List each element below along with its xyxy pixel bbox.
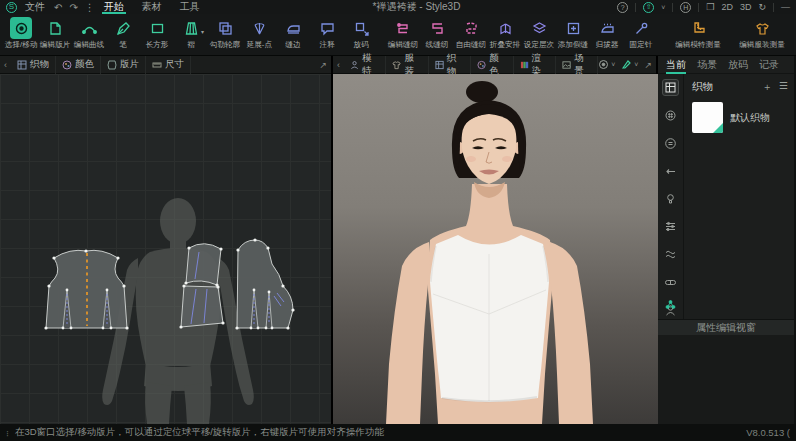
tab-2d-fabric[interactable]: 织物 — [11, 56, 56, 74]
tool-free-sewing[interactable]: 自由缝纫 — [454, 16, 488, 50]
expand-3d-icon[interactable]: ↗ — [644, 60, 652, 70]
tool-line-sewing[interactable]: 线缝纫 — [420, 16, 454, 50]
free-sewing-icon — [460, 17, 482, 39]
collapse-chevron-icon[interactable]: ‹ — [4, 60, 7, 70]
edit-piece-icon — [44, 17, 66, 39]
tool-edit-piece[interactable]: 编辑版片 — [38, 16, 72, 50]
app-logo-icon[interactable]: S — [6, 2, 17, 13]
avatar-tab-icon — [350, 60, 359, 70]
tool-measure-avatar[interactable]: 编辑模特测量 — [666, 16, 730, 50]
rail-button-icon[interactable] — [662, 107, 679, 124]
pattern-piece-back[interactable] — [44, 249, 128, 329]
annotate-icon — [316, 17, 338, 39]
grading-icon — [350, 17, 372, 39]
ribbon-tab-start[interactable]: 开始 — [102, 0, 126, 14]
rail-stitch-icon[interactable] — [662, 163, 679, 180]
more-menu-icon[interactable]: ⋮ — [85, 2, 95, 13]
file-menu[interactable]: 文件 — [25, 0, 45, 14]
press-tool-icon — [596, 17, 618, 39]
rail-shirring-icon[interactable] — [662, 246, 679, 263]
tool-rectangle[interactable]: 长方形 — [140, 16, 174, 50]
tool-edit-curve[interactable]: 编辑曲线 — [72, 16, 106, 50]
tool-annotate[interactable]: 注释 — [310, 16, 344, 50]
sync-icon[interactable]: ↻ — [758, 2, 766, 12]
toolbar-group-measure: 编辑模特测量 编辑服装测量 — [666, 16, 794, 50]
undo-icon[interactable]: ↶ — [54, 2, 62, 13]
tool-grading[interactable]: 放码 — [344, 16, 378, 50]
add-fabric-button[interactable]: ＋ — [762, 80, 772, 94]
fabric-tab-icon — [17, 60, 27, 70]
panel-3d-tabbar: ‹ 模特 服装 织物 颜色 渲染 场景 — [333, 56, 656, 74]
window-title: *褝遇袴褛 - Style3D — [216, 0, 617, 14]
tool-select-move[interactable]: 选择/移动 — [4, 16, 38, 50]
tool-add-baste[interactable]: 添加假缝 — [556, 16, 590, 50]
view-mode-dropdown[interactable]: ˅ — [598, 59, 615, 70]
tool-edit-sewing[interactable]: 编辑缝纫 — [386, 16, 420, 50]
tool-measure-garment[interactable]: 编辑服装测量 — [730, 16, 794, 50]
piece-tab-icon — [107, 60, 117, 70]
tab-3d-garment[interactable]: 服装 — [386, 56, 428, 74]
cloud-upload-icon[interactable]: ⇧ — [643, 2, 654, 13]
rail-hardware-icon[interactable] — [662, 274, 679, 291]
tool-fold-arrange[interactable]: 折叠安排 — [488, 16, 522, 50]
pattern-piece-front[interactable] — [235, 238, 294, 329]
viewport-2d[interactable] — [0, 74, 331, 424]
tab-3d-render[interactable]: 渲染 — [514, 56, 556, 74]
tool-seam-edge[interactable]: 缝边 — [276, 16, 310, 50]
tool-trace-outline[interactable]: 勾勒轮廓 — [208, 16, 242, 50]
tab-2d-size[interactable]: 尺寸 — [146, 56, 191, 74]
tab-grading[interactable]: 放码 — [728, 56, 748, 74]
toolbar: 选择/移动 编辑版片 编辑曲线 笔 长方形 ▾ 褶 — [0, 14, 796, 56]
line-sewing-icon — [426, 17, 448, 39]
minimize-button[interactable]: — — [781, 2, 790, 12]
layout-split-icon[interactable]: ❒ — [706, 2, 714, 12]
tab-current[interactable]: 当前 — [666, 56, 686, 74]
garment-tab-icon — [392, 60, 401, 70]
redo-icon[interactable]: ↷ — [69, 2, 77, 13]
tab-3d-fabric[interactable]: 织物 — [429, 56, 471, 74]
view-3d-button[interactable]: 3D — [740, 2, 752, 12]
rail-nodes-icon[interactable] — [662, 296, 679, 313]
render-style-dropdown[interactable]: ˅ — [621, 59, 638, 70]
collapse-chevron-icon[interactable]: ‹ — [337, 60, 340, 70]
tab-3d-avatar[interactable]: 模特 — [344, 56, 386, 74]
tool-unfold-point[interactable]: 延展-点 — [242, 16, 276, 50]
tool-set-layer[interactable]: 设定层次 — [522, 16, 556, 50]
tool-press[interactable]: 归拔器 — [590, 16, 624, 50]
rail-label-icon[interactable] — [662, 135, 679, 152]
user-avatar-badge[interactable]: H — [680, 2, 691, 13]
measure-avatar-icon — [687, 17, 709, 39]
ribbon-tab-material[interactable]: 素材 — [140, 0, 164, 14]
viewport-3d[interactable] — [333, 74, 656, 424]
fold-arrange-icon — [494, 17, 516, 39]
help-icon[interactable]: ? — [617, 2, 628, 13]
pen-icon — [112, 17, 134, 39]
fabric-swatch[interactable] — [692, 102, 723, 133]
pleat-icon: ▾ — [180, 17, 202, 39]
view-mode-icon — [598, 59, 609, 70]
expand-2d-icon[interactable]: ↗ — [319, 60, 327, 70]
rail-fabric-icon[interactable] — [662, 79, 679, 96]
tab-scene[interactable]: 场景 — [697, 56, 717, 74]
view-2d-button[interactable]: 2D — [721, 2, 733, 12]
panel-2d-tabbar: ‹ 织物 颜色 版片 尺寸 ↗ — [0, 56, 331, 74]
tab-2d-piece[interactable]: 版片 — [101, 56, 146, 74]
fabric-list-item[interactable]: 默认织物 — [692, 102, 788, 133]
tab-history[interactable]: 记录 — [759, 56, 779, 74]
list-view-button[interactable]: ☰ — [779, 80, 788, 94]
tab-3d-scene[interactable]: 场景 — [556, 56, 598, 74]
tool-fixed-pin[interactable]: 固定针 — [624, 16, 658, 50]
rail-sliders-icon[interactable] — [662, 218, 679, 235]
app-version: V8.0.513 ( — [746, 427, 790, 438]
cloud-caret-icon[interactable]: ˅ — [661, 4, 665, 11]
tool-pen[interactable]: 笔 — [106, 16, 140, 50]
tab-3d-color[interactable]: 颜色 — [471, 56, 513, 74]
tab-2d-color[interactable]: 颜色 — [56, 56, 101, 74]
status-hint: 在3D窗口选择/移动版片，可以通过定位球平移/旋转版片，右键版片可使用对齐操作功… — [15, 426, 384, 439]
tool-pleat[interactable]: ▾ 褶 — [174, 16, 208, 50]
ribbon-tab-tools[interactable]: 工具 — [178, 0, 202, 14]
rail-zipper-icon[interactable] — [662, 191, 679, 208]
garment-top — [430, 235, 549, 402]
property-editor-bar[interactable]: 属性编辑视窗 — [658, 319, 794, 335]
divider — [698, 3, 699, 12]
